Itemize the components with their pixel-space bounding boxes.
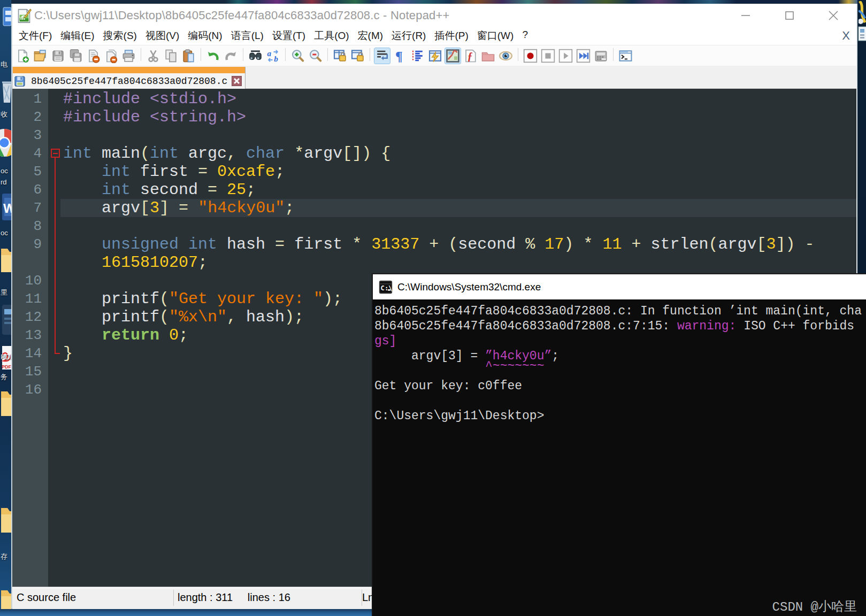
open-folder-icon[interactable] [33,48,48,64]
desktop-icon-chrome[interactable] [0,126,11,159]
console-line: Get your key: c0ffee [374,379,866,394]
save-all-icon[interactable] [68,48,83,64]
redo-icon[interactable] [223,48,239,64]
maximize-button[interactable] [781,7,798,24]
code-line[interactable]: #include <stdio.h> [63,90,856,108]
tab-close-icon[interactable] [232,76,242,86]
undo-icon[interactable] [205,48,221,64]
tab-filename: 8b6405c25fe447fa804c6833a0d72808.c [31,76,227,87]
save-icon[interactable] [50,48,66,64]
menu-item[interactable]: 语言(L) [227,27,268,44]
code-line[interactable]: argv[3] = "h4cky0u"; [63,199,856,217]
close-all-icon[interactable] [103,48,119,64]
maximize-icon [784,10,795,21]
svg-text:PDF: PDF [2,364,11,369]
menu-item[interactable]: 搜索(S) [99,27,141,44]
menu-bar: 文件(F)编辑(E)搜索(S)视图(V)编码(N)语言(L)设置(T)工具(O)… [12,27,856,45]
macro-play-icon[interactable] [558,48,573,64]
fold-margin[interactable] [48,89,63,587]
menu-item[interactable]: 宏(M) [354,27,387,44]
menu-item[interactable]: 视图(V) [141,27,183,44]
line-number: 1 [12,90,42,108]
toolbar-separator [240,48,247,63]
copy-icon[interactable] [163,48,179,64]
macro-save-icon[interactable] [593,48,609,64]
macro-record-icon[interactable] [523,48,538,64]
menu-close-document-button[interactable]: X [839,29,853,43]
line-number: 10 [12,272,42,290]
macro-stop-icon[interactable] [540,48,556,64]
tab-bar: 8b6405c25fe447fa804c6833a0d72808.c [12,66,856,89]
code-line[interactable]: int first = 0xcafe; [63,163,856,181]
menu-item[interactable]: 工具(O) [310,27,353,44]
close-doc-icon[interactable] [86,48,101,64]
svg-text:¶: ¶ [395,49,403,63]
desktop-icon-app[interactable] [1,5,11,30]
code-line[interactable]: int main(int argc, char *argv[]) { [63,144,856,163]
document-monitor-icon[interactable] [498,48,514,64]
code-line[interactable]: unsigned int hash = first * 31337 + (sec… [63,235,856,253]
desktop-icon-label: 存 [1,552,7,561]
menu-item[interactable]: 插件(P) [430,27,472,44]
fold-guide-line [55,158,56,353]
desktop-left-strip: WPDF电收ocrdoc里PDF务存 [0,0,11,616]
cut-icon[interactable] [145,48,161,64]
console-icon[interactable] [618,48,633,64]
cmd-console-output[interactable]: 8b6405c25fe447fa804c6833a0d72808.c: In f… [373,299,866,616]
menu-item[interactable]: 运行(R) [387,27,430,44]
tab-saved-floppy-icon [14,75,26,87]
find-icon[interactable] [248,48,263,64]
code-line[interactable]: int second = 25; [63,181,856,199]
paste-icon[interactable] [181,48,196,64]
replace-icon[interactable]: ab [265,48,281,64]
code-line[interactable]: 1615810207; [63,253,856,272]
menu-item[interactable]: 窗口(W) [473,27,518,44]
console-line [374,394,866,409]
desktop-icon-label: oc [1,167,8,175]
menu-item[interactable]: 编码(N) [183,27,226,44]
desktop-icon-word[interactable]: W [1,192,11,224]
minimize-button[interactable] [738,7,754,24]
svg-text:W: W [3,201,11,215]
menu-item[interactable]: ? [518,27,532,44]
code-line[interactable]: #include <string.h> [63,108,856,126]
cmd-title-bar[interactable]: C:\ C:\Windows\System32\cmd.exe [373,274,866,299]
desktop-icon-recycle-bin[interactable] [1,79,11,105]
tab-active[interactable]: 8b6405c25fe447fa804c6833a0d72808.c [12,67,246,89]
code-line[interactable] [63,217,856,235]
desktop-icon-folder-1[interactable] [0,243,11,276]
desktop-icon-app-dark[interactable] [1,303,11,339]
line-number: 14 [12,344,42,363]
zoom-out-icon[interactable] [308,48,323,64]
show-all-characters-icon[interactable]: ¶ [392,48,408,64]
fold-collapse-marker[interactable] [51,149,60,158]
word-wrap-icon[interactable] [374,48,390,64]
code-line[interactable] [63,126,856,144]
console-line: ^~~~~~~~ [374,359,866,374]
function-list-icon[interactable]: ƒ [463,48,478,64]
desktop-wallpaper-bottom [0,609,372,616]
document-map-icon[interactable] [445,48,461,64]
sync-horizontal-icon[interactable] [350,48,365,64]
menu-item[interactable]: 设置(T) [268,27,310,44]
desktop-icon-paint[interactable] [859,1,866,25]
indent-guide-icon[interactable] [410,48,425,64]
line-number: 3 [12,126,42,144]
line-number: 12 [12,308,42,326]
status-separator [173,590,174,606]
desktop-icon-folder-2[interactable] [0,386,11,420]
menu-item[interactable]: 编辑(E) [56,27,98,44]
menu-item[interactable]: 文件(F) [14,27,56,44]
new-file-icon[interactable] [15,48,30,64]
sync-vertical-icon[interactable] [332,48,348,64]
print-icon[interactable] [121,48,136,64]
cmd-window-title: C:\Windows\System32\cmd.exe [397,281,541,293]
desktop-icon-folder-3[interactable] [0,503,11,537]
zoom-in-icon[interactable] [290,48,305,64]
notepad-title-bar[interactable]: C:\Users\gwj11\Desktop\8b6405c25fe447fa8… [12,4,856,27]
close-button[interactable] [825,7,841,24]
folder-workspace-icon[interactable] [480,48,496,64]
macro-multi-play-icon[interactable] [576,48,591,64]
define-language-icon[interactable] [427,48,443,64]
desktop-icon-gallery[interactable] [858,26,866,44]
